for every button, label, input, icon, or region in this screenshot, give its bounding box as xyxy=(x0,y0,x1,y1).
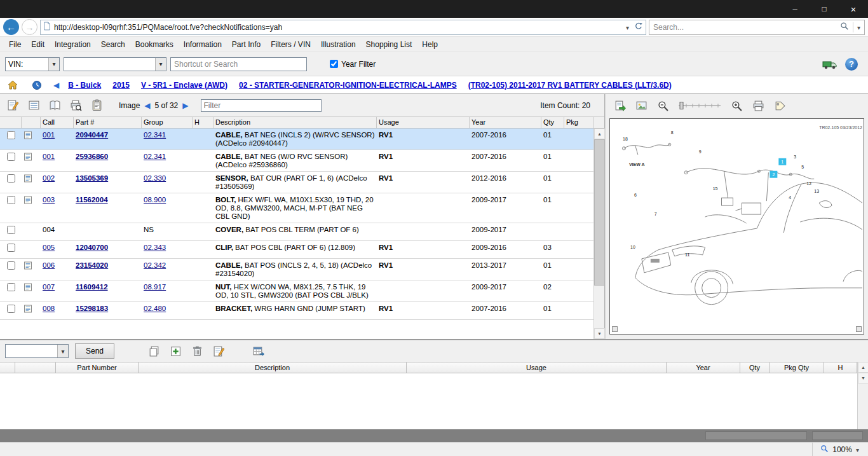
copy-icon[interactable] xyxy=(146,343,161,359)
tag-icon[interactable] xyxy=(772,98,787,113)
zoom-caret-icon[interactable] xyxy=(856,445,859,454)
callout-number[interactable]: 12 xyxy=(806,181,811,186)
row-checkbox[interactable] xyxy=(7,131,15,139)
next-image-icon[interactable] xyxy=(182,101,188,110)
call-number-link[interactable]: 005 xyxy=(43,244,55,251)
edit-note-icon[interactable] xyxy=(5,98,20,113)
column-header-blank[interactable] xyxy=(0,117,22,128)
print-icon[interactable] xyxy=(750,98,766,113)
scroll-up-icon[interactable] xyxy=(594,128,605,139)
list-view-icon[interactable] xyxy=(26,98,41,113)
delete-icon[interactable] xyxy=(189,343,205,359)
doc-note-icon[interactable] xyxy=(22,150,41,165)
menu-item-illustration[interactable]: Illustration xyxy=(316,38,361,51)
table-row[interactable]: 0012593686002.341CABLE, BAT NEG (W/O RVC… xyxy=(0,150,594,172)
address-bar[interactable] xyxy=(40,20,646,35)
breadcrumb-link-tr02-105-2011-2017-rv1-b[interactable]: (TR02-105) 2011-2017 RV1 BATTERY CABLES … xyxy=(468,81,672,90)
shopping-column-header-blank[interactable] xyxy=(15,363,56,373)
shopping-column-header-blank[interactable] xyxy=(0,363,15,373)
call-number-link[interactable]: 002 xyxy=(43,174,55,182)
send-button[interactable]: Send xyxy=(75,343,114,359)
group-code-link[interactable]: 08.900 xyxy=(144,196,166,204)
table-row[interactable]: 0081529818302.480BRACKET, WRG HARN GND (… xyxy=(0,302,594,320)
history-icon[interactable] xyxy=(29,78,44,93)
part-number-link[interactable]: 20940447 xyxy=(76,131,108,139)
chevron-down-icon[interactable] xyxy=(57,345,68,357)
row-checkbox[interactable] xyxy=(7,244,15,252)
group-code-link[interactable]: 02.480 xyxy=(144,305,166,312)
column-header-part[interactable]: Part # xyxy=(74,117,142,128)
shopping-list-scrollbar[interactable] xyxy=(857,362,868,429)
menu-item-filters-vin[interactable]: Filters / VIN xyxy=(266,38,316,51)
group-code-link[interactable]: 02.343 xyxy=(144,244,166,251)
table-row[interactable]: 0051204070002.343CLIP, BAT POS CBL (PART… xyxy=(0,241,594,259)
chevron-down-icon[interactable] xyxy=(155,58,166,71)
callout-number[interactable]: 5 xyxy=(801,165,804,169)
parts-scrollbar[interactable] xyxy=(593,128,604,339)
menu-item-shopping-list[interactable]: Shopping List xyxy=(361,38,417,51)
row-checkbox[interactable] xyxy=(7,305,15,313)
doc-note-icon[interactable] xyxy=(22,259,41,273)
row-checkbox[interactable] xyxy=(7,283,15,291)
year-filter-checkbox[interactable] xyxy=(330,60,338,68)
doc-note-icon[interactable] xyxy=(22,193,41,208)
table-row[interactable]: 0071160941208.917NUT, HEX W/CON WA, M8X1… xyxy=(0,280,594,302)
doc-note-icon[interactable] xyxy=(22,128,41,143)
call-number-link[interactable]: 001 xyxy=(43,131,55,139)
shopping-column-header-qty[interactable]: Qty xyxy=(740,363,770,373)
scrollbar-thumb[interactable] xyxy=(594,139,605,286)
minimize-button[interactable] xyxy=(780,0,810,18)
breadcrumb-link-02-starter-generator-ign[interactable]: 02 - STARTER-GENERATOR-IGNITION-ELECTRIC… xyxy=(239,81,457,90)
shopping-column-header-h[interactable]: H xyxy=(824,363,857,373)
doc-note-icon[interactable] xyxy=(22,280,41,295)
scroll-up-icon[interactable] xyxy=(858,362,868,373)
column-header-description[interactable]: Description xyxy=(214,117,377,128)
menu-item-edit[interactable]: Edit xyxy=(26,38,50,51)
shortcut-search-input[interactable] xyxy=(170,57,307,71)
shopping-column-header-description[interactable]: Description xyxy=(139,363,407,373)
menu-item-information[interactable]: Information xyxy=(179,38,227,51)
group-code-link[interactable]: 08.917 xyxy=(144,283,166,291)
table-row[interactable]: 004NSCOVER, BAT POS CBL TERM (PART OF 6)… xyxy=(0,223,594,241)
breadcrumb-link-b-buick[interactable]: B - Buick xyxy=(68,81,101,90)
call-number-link[interactable]: 006 xyxy=(43,261,55,269)
doc-note-icon[interactable] xyxy=(22,302,41,317)
shopping-column-header-pkg-qty[interactable]: Pkg Qty xyxy=(770,363,824,373)
table-row[interactable]: 0031156200408.900BOLT, HEX W/FL WA, M10X… xyxy=(0,193,594,223)
group-code-link[interactable]: 02.341 xyxy=(144,131,166,139)
part-number-link[interactable]: 25936860 xyxy=(76,153,108,160)
row-checkbox[interactable] xyxy=(7,226,15,234)
callout-number[interactable]: 2 xyxy=(772,172,775,177)
home-icon[interactable] xyxy=(5,78,20,93)
forward-icon[interactable] xyxy=(22,19,37,35)
part-number-link[interactable]: 13505369 xyxy=(76,174,108,182)
column-header-blank[interactable] xyxy=(22,117,41,128)
callout-number[interactable]: 10 xyxy=(630,245,635,249)
scroll-down-icon[interactable] xyxy=(594,328,605,339)
menu-item-help[interactable]: Help xyxy=(417,38,443,51)
callout-number[interactable]: 7 xyxy=(654,212,657,216)
part-number-link[interactable]: 15298183 xyxy=(76,305,108,312)
callout-number[interactable]: 1 xyxy=(781,160,783,164)
breadcrumb-back-icon[interactable] xyxy=(53,81,59,90)
call-number-link[interactable]: 008 xyxy=(43,305,55,312)
illustration-canvas[interactable]: TR02-105 03/23/2012 xyxy=(609,118,864,335)
column-header-group[interactable]: Group xyxy=(142,117,193,128)
menu-item-integration[interactable]: Integration xyxy=(50,38,96,51)
filter-input[interactable] xyxy=(201,99,322,112)
autocomplete-caret-icon[interactable] xyxy=(626,23,629,32)
search-caret-icon[interactable] xyxy=(857,23,860,32)
table-row[interactable]: 0021350536902.330SENSOR, BAT CUR (PART O… xyxy=(0,172,594,193)
breadcrumb-link-2015[interactable]: 2015 xyxy=(112,81,130,90)
row-checkbox[interactable] xyxy=(7,196,15,204)
call-number-link[interactable]: 007 xyxy=(43,283,55,291)
export-table-icon[interactable] xyxy=(250,343,266,359)
part-number-link[interactable]: 11609412 xyxy=(76,283,108,291)
shopping-column-header-year[interactable]: Year xyxy=(667,363,740,373)
callout-number[interactable]: 11 xyxy=(685,252,689,257)
row-checkbox[interactable] xyxy=(7,261,15,270)
catalog-icon[interactable] xyxy=(47,98,62,113)
callout-number[interactable]: 3 xyxy=(794,155,796,159)
zoom-control[interactable]: 100% xyxy=(812,443,868,456)
part-number-link[interactable]: 23154020 xyxy=(76,261,108,269)
